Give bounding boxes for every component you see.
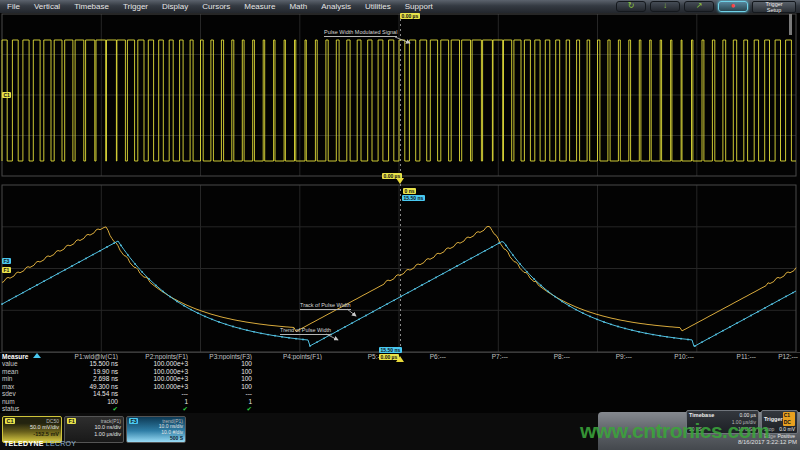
menu-item-file[interactable]: File bbox=[0, 2, 27, 11]
cell-max bbox=[696, 383, 758, 391]
cell-max: 100 bbox=[190, 383, 254, 391]
cell-value bbox=[510, 360, 572, 368]
trigger-level: 0.0 mV bbox=[779, 426, 795, 433]
cell-mean: 100 bbox=[190, 368, 254, 376]
cell-value bbox=[386, 360, 448, 368]
circular-arrow-icon: ↻ bbox=[617, 2, 645, 10]
row-label: min bbox=[0, 375, 58, 383]
f1-descriptor-box[interactable]: F1 track(P1) 10.0 ns/div 1.00 µs/div bbox=[64, 416, 124, 443]
column-header: P7:--- bbox=[448, 353, 510, 361]
row-label: value bbox=[0, 360, 58, 368]
table-row: max49.300 ns100.000e+3100 bbox=[0, 383, 800, 391]
menu-item-analysis[interactable]: Analysis bbox=[314, 2, 358, 11]
menu-item-cursors[interactable]: Cursors bbox=[195, 2, 237, 11]
cell-value bbox=[254, 360, 324, 368]
cell-max bbox=[324, 383, 386, 391]
brand-logo: TELEDYNELECROY bbox=[4, 440, 76, 447]
f3-chip: F3 bbox=[129, 418, 138, 424]
cell-mean bbox=[324, 368, 386, 376]
c1-descriptor-box[interactable]: C1 DC50 50.0 mV/div -152.5 mV bbox=[2, 416, 62, 443]
bottom-f3-badge[interactable]: 15.50 ns bbox=[379, 347, 402, 353]
cell-status bbox=[386, 405, 448, 413]
save-button[interactable]: ↓ bbox=[650, 1, 680, 12]
bottom-trigger-badge[interactable]: 0.00 µs bbox=[379, 354, 399, 360]
timebase-delay: 0.00 µs bbox=[739, 412, 756, 419]
f3-descriptor-box[interactable]: F3 trend(P1) 10.0 ns/div 10.0 #/div 500 … bbox=[126, 416, 186, 443]
right-edge-scrollbar[interactable] bbox=[789, 14, 792, 35]
pwm-annotation: Pulse Width Modulated Signal bbox=[324, 29, 397, 37]
cell-max bbox=[448, 383, 510, 391]
divider-trigger-badge[interactable]: 0.00 µs bbox=[382, 173, 402, 179]
refresh-button[interactable]: ↻ bbox=[616, 1, 646, 12]
cell-sdev bbox=[510, 390, 572, 398]
track-annotation: Track of Pulse Width bbox=[300, 302, 351, 310]
measure-table: MeasureP1:wid@lv(C1)P2:npoints(F1)P3:npo… bbox=[0, 352, 800, 413]
cell-mean bbox=[634, 368, 696, 376]
trigger-time-badge[interactable]: 0.00 µs bbox=[400, 13, 420, 19]
cell-num: 100 bbox=[58, 398, 120, 406]
row-label: status bbox=[0, 405, 58, 413]
c1-chip: C1 bbox=[5, 418, 15, 424]
divider-f3-badge[interactable]: 15.50 ns bbox=[402, 195, 425, 201]
cell-mean bbox=[510, 368, 572, 376]
cell-max bbox=[758, 383, 800, 391]
column-header: P11:--- bbox=[696, 353, 758, 361]
watermark: www.cntronics.com bbox=[580, 419, 769, 443]
cell-sdev bbox=[572, 390, 634, 398]
cell-num: 1 bbox=[120, 398, 190, 406]
row-label: mean bbox=[0, 368, 58, 376]
cell-value bbox=[324, 360, 386, 368]
cell-status bbox=[254, 405, 324, 413]
menu-item-utilities[interactable]: Utilities bbox=[358, 2, 398, 11]
trigger-setup-button[interactable]: Trigger Setup bbox=[752, 1, 796, 13]
row-label: max bbox=[0, 383, 58, 391]
menu-item-measure[interactable]: Measure bbox=[237, 2, 282, 11]
column-header: P9:--- bbox=[572, 353, 634, 361]
menu-item-timebase[interactable]: Timebase bbox=[67, 2, 116, 11]
menu-item-display[interactable]: Display bbox=[155, 2, 195, 11]
trend-annotation: Trend of Pulse Width bbox=[280, 327, 331, 335]
record-dot-icon: ● bbox=[719, 2, 747, 10]
cell-status: ✔ bbox=[190, 405, 254, 413]
cell-min bbox=[572, 375, 634, 383]
f1-level-badge[interactable]: F1 bbox=[2, 267, 11, 273]
cell-sdev bbox=[386, 390, 448, 398]
cell-min bbox=[634, 375, 696, 383]
table-row: value15.500 ns100.000e+3100 bbox=[0, 360, 800, 368]
row-label: Measure bbox=[0, 353, 58, 361]
column-header: P10:--- bbox=[634, 353, 696, 361]
cell-min bbox=[324, 375, 386, 383]
row-label: num bbox=[0, 398, 58, 406]
record-button[interactable]: ● bbox=[718, 1, 748, 12]
menu-item-support[interactable]: Support bbox=[398, 2, 440, 11]
menu-item-vertical[interactable]: Vertical bbox=[27, 2, 67, 11]
cell-num bbox=[696, 398, 758, 406]
cell-num bbox=[386, 398, 448, 406]
arrow-up-right-icon: ↗ bbox=[685, 2, 713, 10]
cell-value bbox=[572, 360, 634, 368]
pwm-waveform bbox=[2, 40, 796, 161]
menu-item-trigger[interactable]: Trigger bbox=[116, 2, 155, 11]
export-button[interactable]: ↗ bbox=[684, 1, 714, 12]
cell-num bbox=[510, 398, 572, 406]
f3-samples: 500 S bbox=[129, 436, 183, 442]
cell-num bbox=[634, 398, 696, 406]
column-header: P8:--- bbox=[510, 353, 572, 361]
c1-level-badge[interactable]: C1 bbox=[2, 92, 11, 98]
table-row: num10011 bbox=[0, 398, 800, 406]
cell-sdev bbox=[696, 390, 758, 398]
cell-sdev bbox=[758, 390, 800, 398]
column-header: P4:points(F1) bbox=[254, 353, 324, 361]
cell-mean bbox=[696, 368, 758, 376]
cell-value: 100 bbox=[190, 360, 254, 368]
divider-f1-badge[interactable]: 0 ns bbox=[403, 188, 416, 194]
menu-items: FileVerticalTimebaseTriggerDisplayCursor… bbox=[0, 2, 440, 11]
f1-chip: F1 bbox=[67, 418, 76, 424]
column-header: P1:wid@lv(C1) bbox=[58, 353, 120, 361]
f3-level-badge[interactable]: F3 bbox=[2, 258, 11, 264]
cell-mean bbox=[254, 368, 324, 376]
cell-max: 49.300 ns bbox=[58, 383, 120, 391]
cell-sdev: --- bbox=[190, 390, 254, 398]
cell-min bbox=[448, 375, 510, 383]
menu-item-math[interactable]: Math bbox=[282, 2, 314, 11]
